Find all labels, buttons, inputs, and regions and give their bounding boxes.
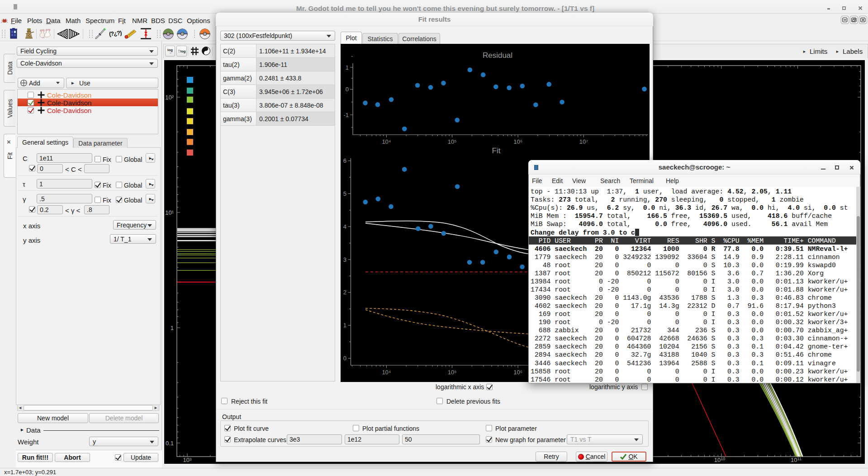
- svg-text:0: 0: [346, 86, 349, 93]
- svg-text:10⁵: 10⁵: [448, 369, 457, 376]
- svg-text:10¹: 10¹: [165, 209, 174, 216]
- svg-text:Fit: Fit: [492, 146, 501, 155]
- svg-text:10⁷: 10⁷: [579, 138, 588, 145]
- svg-text:5: 5: [343, 190, 346, 197]
- svg-text:4: 4: [343, 223, 346, 230]
- svg-text:10⁶: 10⁶: [513, 369, 522, 376]
- svg-text:6: 6: [343, 157, 346, 164]
- svg-text:0: 0: [343, 355, 346, 362]
- svg-text:-1: -1: [343, 112, 349, 118]
- svg-text:2: 2: [343, 289, 346, 296]
- svg-text:1: 1: [343, 322, 346, 329]
- svg-text:10⁵: 10⁵: [448, 138, 457, 145]
- svg-text:1: 1: [346, 64, 349, 71]
- svg-text:10⁶: 10⁶: [513, 138, 522, 145]
- svg-text:10⁴: 10⁴: [382, 138, 391, 145]
- svg-text:0.1: 0.1: [166, 440, 174, 447]
- svg-text:Residual: Residual: [483, 51, 512, 60]
- svg-text:1: 1: [171, 325, 174, 331]
- svg-text:10²: 10²: [165, 94, 174, 101]
- svg-text:10⁴: 10⁴: [382, 369, 391, 376]
- svg-text:3: 3: [343, 256, 346, 263]
- svg-text:10³: 10³: [183, 457, 192, 463]
